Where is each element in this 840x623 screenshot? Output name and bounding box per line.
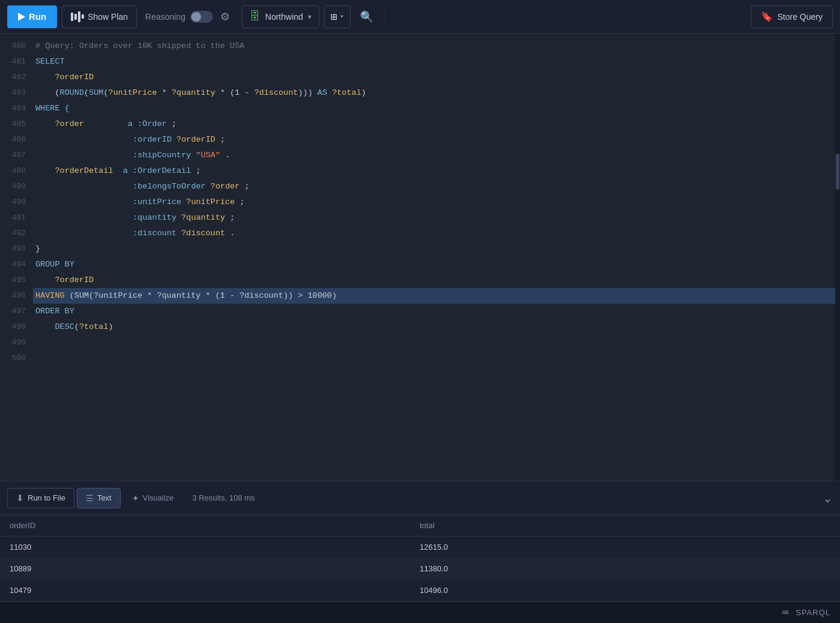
code-line: :unitPrice ?unitPrice ; (33, 194, 840, 210)
toolbar-divider (385, 8, 386, 26)
run-to-file-label: Run to File (28, 493, 65, 502)
line-number: 486 (0, 132, 26, 148)
gear-button[interactable]: ⚙ (218, 8, 232, 26)
table-row: 1103012615.0 (0, 537, 840, 558)
database-icon: 🗄 (250, 10, 260, 23)
layer-chevron-icon: ▾ (340, 12, 344, 21)
line-number: 485 (0, 116, 26, 132)
run-button[interactable]: Run (7, 5, 57, 28)
table-cell: 11030 (0, 537, 410, 558)
line-number: 487 (0, 148, 26, 163)
line-number: 495 (0, 272, 26, 288)
results-info: 3 Results, 108 ms (193, 493, 255, 502)
expand-button[interactable]: ⌄ (823, 491, 833, 505)
reasoning-label: Reasoning (145, 12, 185, 22)
line-number: 491 (0, 210, 26, 226)
visualize-button[interactable]: ✦ Visualize (123, 488, 183, 508)
text-tab-label: Text (97, 493, 112, 502)
visualize-icon: ✦ (132, 493, 139, 503)
search-icon: 🔍 (360, 10, 373, 23)
results-panel: ⬇ Run to File ☰ Text ✦ Visualize 3 Resul… (0, 481, 840, 601)
line-number: 488 (0, 163, 26, 179)
scrollbar-track (835, 34, 840, 481)
line-numbers: 4804814824834844854864874884894904914924… (0, 34, 33, 481)
line-number: 482 (0, 70, 26, 85)
keyboard-icon: ⌨ (782, 606, 788, 619)
code-line: :belongsToOrder ?order ; (33, 179, 840, 194)
code-line: ?orderDetail a :OrderDetail ; (33, 163, 840, 179)
play-icon (18, 13, 25, 21)
line-number: 490 (0, 194, 26, 210)
bookmark-icon: 🔖 (761, 11, 773, 22)
line-number: 496 (0, 288, 26, 304)
line-number: 484 (0, 101, 26, 116)
line-number: 499 (0, 335, 26, 351)
reasoning-toggle[interactable] (190, 11, 213, 23)
run-to-file-button[interactable]: ⬇ Run to File (7, 488, 74, 508)
toolbar: Run Show Plan Reasoning ⚙ 🗄 Northwind ▾ … (0, 0, 840, 34)
line-number: 493 (0, 241, 26, 257)
code-line: SELECT (33, 54, 840, 70)
table-header-row: orderID total (0, 515, 840, 537)
visualize-label: Visualize (143, 493, 174, 502)
chevron-down-icon: ▾ (308, 13, 311, 21)
reasoning-group: Reasoning ⚙ (145, 8, 232, 26)
line-number: 489 (0, 179, 26, 194)
line-number: 498 (0, 319, 26, 335)
table-row: 1047910496.0 (0, 580, 840, 601)
layer-icon: ⊞ (331, 10, 337, 23)
line-number: 494 (0, 257, 26, 272)
search-button[interactable]: 🔍 (355, 5, 378, 28)
layer-button[interactable]: ⊞ ▾ (324, 5, 350, 28)
line-number: 480 (0, 38, 26, 54)
line-number: 497 (0, 304, 26, 319)
line-number: 481 (0, 54, 26, 70)
text-tab-button[interactable]: ☰ Text (77, 488, 121, 508)
scrollbar-thumb[interactable] (836, 154, 839, 190)
run-label: Run (29, 11, 46, 22)
db-name: Northwind (265, 12, 303, 22)
code-line: ?orderID (33, 272, 840, 288)
code-line: :shipCountry "USA" . (33, 148, 840, 163)
download-icon: ⬇ (16, 493, 24, 504)
text-tab-icon: ☰ (86, 493, 94, 503)
editor-area: 4804814824834844854864874884894904914924… (0, 34, 840, 481)
store-query-label: Store Query (778, 12, 823, 22)
code-content[interactable]: # Query: Orders over 10K shipped to the … (33, 34, 840, 481)
code-line: DESC(?total) (33, 319, 840, 335)
code-line: GROUP BY (33, 257, 840, 272)
code-line: HAVING (SUM(?unitPrice * ?quantity * (1 … (33, 288, 840, 304)
code-line: ?order a :Order ; (33, 116, 840, 132)
code-line: ?orderID (33, 70, 840, 85)
status-bar: ⌨ SPARQL (0, 601, 840, 623)
show-plan-icon (71, 11, 84, 22)
results-table: orderID total 1103012615.01088911380.010… (0, 515, 840, 601)
line-number: 500 (0, 351, 26, 366)
code-line: :orderID ?orderID ; (33, 132, 840, 148)
results-toolbar: ⬇ Run to File ☰ Text ✦ Visualize 3 Resul… (0, 481, 840, 515)
code-line: :discount ?discount . (33, 226, 840, 241)
code-line: WHERE { (33, 101, 840, 116)
table-cell: 11380.0 (410, 558, 840, 580)
code-line: :quantity ?quantity ; (33, 210, 840, 226)
table-cell: 12615.0 (410, 537, 840, 558)
show-plan-button[interactable]: Show Plan (62, 5, 137, 28)
col-orderid: orderID (0, 515, 410, 537)
sparql-label: SPARQL (796, 608, 830, 617)
table-cell: 10889 (0, 558, 410, 580)
show-plan-label: Show Plan (88, 12, 128, 22)
code-line: } (33, 241, 840, 257)
line-number: 483 (0, 85, 26, 101)
table-cell: 10496.0 (410, 580, 840, 601)
code-line: ORDER BY (33, 304, 840, 319)
table-cell: 10479 (0, 580, 410, 601)
table-row: 1088911380.0 (0, 558, 840, 580)
col-total: total (410, 515, 840, 537)
code-line: (ROUND(SUM(?unitPrice * ?quantity * (1 -… (33, 85, 840, 101)
store-query-button[interactable]: 🔖 Store Query (751, 5, 833, 28)
code-line: # Query: Orders over 10K shipped to the … (33, 38, 840, 54)
line-number: 492 (0, 226, 26, 241)
toggle-knob (191, 12, 201, 22)
db-selector[interactable]: 🗄 Northwind ▾ (242, 5, 319, 28)
